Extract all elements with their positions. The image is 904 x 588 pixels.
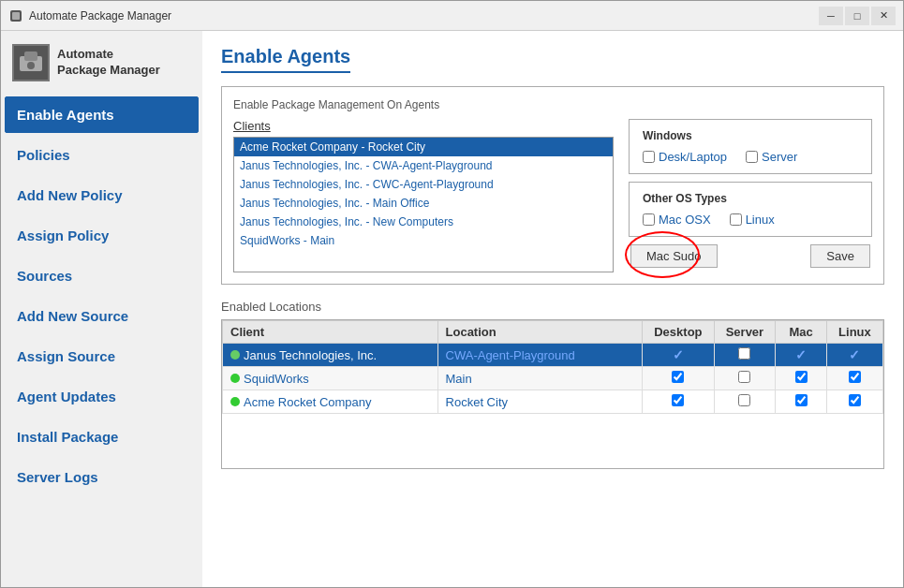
desk-laptop-checkbox[interactable] <box>643 151 655 163</box>
sidebar-item-add-new-policy[interactable]: Add New Policy <box>5 177 199 213</box>
row1-server <box>714 367 776 390</box>
locations-table: Client Location Desktop Server Mac Linux <box>222 320 883 414</box>
client-item-0[interactable]: Acme Rocket Company - Rocket City <box>234 138 613 156</box>
client-item-1[interactable]: Janus Technologies, Inc. - CWA-Agent-Pla… <box>234 156 613 175</box>
title-bar: Automate Package Manager ─ □ ✕ <box>1 1 903 31</box>
col-header-location: Location <box>437 321 643 344</box>
row1-linux-checkbox[interactable] <box>849 371 861 383</box>
windows-group-title: Windows <box>643 129 858 142</box>
clients-section: Clients Acme Rocket Company - Rocket Cit… <box>233 119 614 272</box>
col-header-client: Client <box>223 321 438 344</box>
other-os-checkboxes: Mac OSX Linux <box>643 213 858 227</box>
table-row: SquidWorks Main <box>223 367 883 390</box>
mac-sudo-save-row: Mac Sudo Save <box>629 244 872 268</box>
client-item-4[interactable]: Janus Technologies, Inc. - New Computers <box>234 213 613 231</box>
row1-server-checkbox[interactable] <box>738 371 750 383</box>
clients-listbox[interactable]: Acme Rocket Company - Rocket City Janus … <box>233 137 614 272</box>
client-item-2[interactable]: Janus Technologies, Inc. - CWC-Agent-Pla… <box>234 175 613 194</box>
sidebar-item-sources[interactable]: Sources <box>5 257 199 294</box>
sidebar-logo: Automate Package Manager <box>5 38 199 93</box>
mac-sudo-button[interactable]: Mac Sudo <box>630 244 718 268</box>
window-title: Automate Package Manager <box>29 9 171 22</box>
sidebar-item-enable-agents[interactable]: Enable Agents <box>5 96 199 133</box>
server-checkbox[interactable] <box>746 151 758 163</box>
row2-desktop-checkbox[interactable] <box>672 394 684 406</box>
mac-osx-label[interactable]: Mac OSX <box>643 213 711 227</box>
table-row: Acme Rocket Company Rocket City <box>223 390 883 414</box>
maximize-button[interactable]: □ <box>845 7 869 25</box>
status-dot-1 <box>230 374 240 383</box>
col-header-desktop: Desktop <box>643 321 715 344</box>
sidebar-item-agent-updates[interactable]: Agent Updates <box>5 378 199 415</box>
row2-linux <box>826 390 882 414</box>
linux-label[interactable]: Linux <box>730 213 775 227</box>
col-header-linux: Linux <box>826 321 882 344</box>
linux-checkbox[interactable] <box>730 213 742 226</box>
table-body: Janus Technologies, Inc. CWA-Agent-Playg… <box>223 344 883 414</box>
svg-point-4 <box>27 62 35 69</box>
windows-section: Windows Desk/Laptop Server <box>629 119 872 272</box>
close-button[interactable]: ✕ <box>871 7 896 25</box>
row0-server-checkbox[interactable] <box>738 347 750 360</box>
minimize-button[interactable]: ─ <box>819 7 843 25</box>
save-button[interactable]: Save <box>810 244 870 268</box>
status-dot-0 <box>230 350 240 360</box>
row0-mac: ✓ <box>776 344 827 367</box>
sidebar-item-install-package[interactable]: Install Package <box>5 419 199 455</box>
server-label[interactable]: Server <box>746 150 797 164</box>
section-title: Enable Package Management On Agents <box>233 98 872 111</box>
app-icon <box>8 8 23 23</box>
row1-desktop-checkbox[interactable] <box>672 371 684 383</box>
row2-client: Acme Rocket Company <box>223 390 438 414</box>
enabled-locations-box: Client Location Desktop Server Mac Linux <box>221 319 884 469</box>
clients-label: Clients <box>233 119 614 133</box>
row0-desktop: ✓ <box>643 344 715 367</box>
row1-client: SquidWorks <box>223 367 438 390</box>
row0-linux: ✓ <box>826 344 882 367</box>
row2-linux-checkbox[interactable] <box>849 394 861 406</box>
sidebar-item-assign-policy[interactable]: Assign Policy <box>5 217 199 254</box>
title-bar-controls: ─ □ ✕ <box>819 7 896 25</box>
row1-client-cell: SquidWorks <box>230 372 430 386</box>
row1-linux <box>826 367 882 390</box>
row1-location: Main <box>437 367 643 390</box>
other-os-title: Other OS Types <box>643 192 858 205</box>
table-header-row: Client Location Desktop Server Mac Linux <box>223 321 883 344</box>
sidebar: Automate Package Manager Enable Agents P… <box>1 31 202 587</box>
sidebar-item-server-logs[interactable]: Server Logs <box>5 459 199 495</box>
row2-mac <box>776 390 827 414</box>
svg-rect-1 <box>12 12 20 20</box>
sidebar-item-assign-source[interactable]: Assign Source <box>5 338 199 375</box>
sidebar-item-add-new-source[interactable]: Add New Source <box>5 298 199 334</box>
enabled-locations-title: Enabled Locations <box>221 300 884 314</box>
logo-icon <box>12 44 50 81</box>
mac-osx-checkbox[interactable] <box>643 213 655 226</box>
status-dot-2 <box>230 397 240 406</box>
table-row: Janus Technologies, Inc. CWA-Agent-Playg… <box>223 344 883 367</box>
row2-server-checkbox[interactable] <box>738 394 750 406</box>
enable-package-section: Enable Package Management On Agents Clie… <box>221 86 884 285</box>
row1-mac <box>776 367 827 390</box>
row2-mac-checkbox[interactable] <box>795 394 808 406</box>
windows-os-group: Windows Desk/Laptop Server <box>629 119 872 174</box>
logo-text: Automate Package Manager <box>57 47 160 79</box>
content-area: Automate Package Manager Enable Agents P… <box>1 31 903 587</box>
page-title: Enable Agents <box>221 46 350 73</box>
row1-desktop <box>643 367 715 390</box>
other-os-group: Other OS Types Mac OSX Linux <box>629 182 872 237</box>
table-header: Client Location Desktop Server Mac Linux <box>223 321 883 344</box>
col-header-server: Server <box>714 321 776 344</box>
row0-location: CWA-Agent-Playground <box>437 344 643 367</box>
row0-client-cell: Janus Technologies, Inc. <box>230 348 430 362</box>
desk-laptop-label[interactable]: Desk/Laptop <box>643 150 727 164</box>
client-item-5[interactable]: SquidWorks - Main <box>234 231 613 250</box>
enabled-locations-section: Enabled Locations Client Location Deskto… <box>221 300 884 469</box>
sidebar-item-policies[interactable]: Policies <box>5 137 199 173</box>
logo-svg <box>17 49 45 77</box>
row2-desktop <box>643 390 715 414</box>
client-item-3[interactable]: Janus Technologies, Inc. - Main Office <box>234 194 613 213</box>
title-bar-left: Automate Package Manager <box>8 8 171 23</box>
clients-windows-row: Clients Acme Rocket Company - Rocket Cit… <box>233 119 872 272</box>
row1-mac-checkbox[interactable] <box>795 371 808 383</box>
row2-location: Rocket City <box>437 390 643 414</box>
